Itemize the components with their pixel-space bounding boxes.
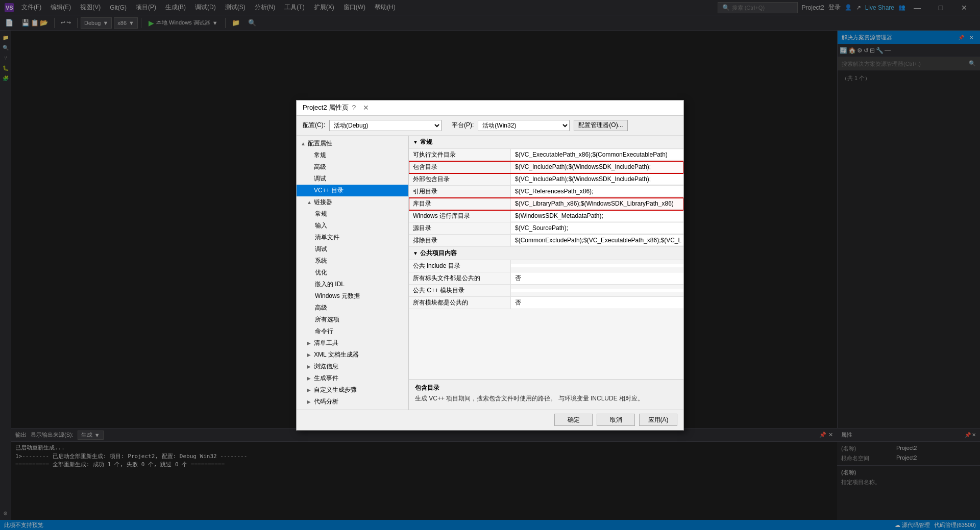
prop-value	[511, 289, 683, 292]
tree-item-linker-cmdline[interactable]: 命令行	[297, 325, 408, 337]
tree-item-linker[interactable]: ▲ 链接器	[297, 196, 408, 208]
prop-win-rt-dir[interactable]: Windows 运行库目录 $(WindowsSDK_MetadataPath)…	[409, 210, 683, 222]
config-mgr-button[interactable]: 配置管理器(O)...	[574, 120, 627, 131]
tree-item-build-events[interactable]: ▶ 生成事件	[297, 372, 408, 384]
prop-all-headers-public[interactable]: 所有标头文件都是公共的 否	[409, 272, 683, 285]
prop-value: 否	[511, 272, 683, 284]
prop-executable-dir[interactable]: 可执行文件目录 $(VC_ExecutablePath_x86);$(Commo…	[409, 149, 683, 161]
tree-item-linker-general[interactable]: 常规	[297, 208, 408, 220]
tree-label: 高级	[315, 304, 327, 312]
tree-label: 所有选项	[315, 315, 339, 324]
prop-value: $(VC_SourcePath);	[511, 223, 683, 233]
tree-item-linker-manifest[interactable]: 清单文件	[297, 232, 408, 243]
prop-public-include-dir[interactable]: 公共 include 目录	[409, 260, 683, 272]
prop-value: $(VC_IncludePath);$(WindowsSDK_IncludePa…	[511, 162, 683, 172]
prop-name: Windows 运行库目录	[409, 210, 511, 222]
tree-label: 高级	[314, 163, 326, 171]
prop-external-include-dir[interactable]: 外部包含目录 $(VC_IncludePath);$(WindowsSDK_In…	[409, 173, 683, 186]
prop-name: 公共 C++ 模块目录	[409, 285, 511, 296]
dialog-title-bar: Project2 属性页 ? ✕	[297, 100, 683, 116]
tree-label: 输入	[315, 221, 327, 230]
tree-item-general[interactable]: 常规	[297, 149, 408, 161]
tree-expand-icon: ▲	[301, 141, 306, 146]
dialog: Project2 属性页 ? ✕ 配置(C): 活动(Debug) 平台(P):…	[296, 100, 684, 431]
tree-item-xml-doc[interactable]: ▶ XML 文档生成器	[297, 349, 408, 361]
tree-item-linker-all[interactable]: 所有选项	[297, 314, 408, 325]
tree-label: XML 文档生成器	[314, 350, 359, 359]
prop-value: 否	[511, 297, 683, 309]
config-label: 配置(C):	[303, 121, 325, 130]
tree-item-advanced[interactable]: 高级	[297, 161, 408, 173]
tree-label: VC++ 目录	[314, 186, 344, 195]
prop-src-dir[interactable]: 源目录 $(VC_SourcePath);	[409, 222, 683, 235]
tree-label: 调试	[315, 245, 327, 254]
prop-name: 源目录	[409, 222, 511, 234]
tree-label: 代码分析	[314, 397, 338, 406]
tree-item-custom-build[interactable]: ▶ 自定义生成步骤	[297, 384, 408, 396]
dialog-help-button[interactable]: ?	[349, 103, 359, 113]
tree-expand-icon: ▶	[307, 340, 312, 346]
platform-label: 平台(P):	[452, 121, 474, 130]
prop-ref-dir[interactable]: 引用目录 $(VC_ReferencesPath_x86);	[409, 186, 683, 198]
dialog-close-button[interactable]: ✕	[361, 103, 371, 113]
section-header-public[interactable]: ▼ 公共项目内容	[409, 247, 683, 260]
tree-item-manifest-tool[interactable]: ▶ 清单工具	[297, 337, 408, 349]
prop-all-modules-public[interactable]: 所有模块都是公共的 否	[409, 297, 683, 309]
ok-button[interactable]: 确定	[554, 414, 593, 426]
prop-name: 外部包含目录	[409, 173, 511, 185]
tree-expand-icon: ▶	[307, 399, 312, 405]
prop-name: 公共 include 目录	[409, 260, 511, 272]
prop-public-cpp-module-dir[interactable]: 公共 C++ 模块目录	[409, 285, 683, 297]
platform-select[interactable]: 活动(Win32)	[478, 120, 570, 131]
dialog-footer: 确定 取消 应用(A)	[297, 410, 683, 430]
prop-name: 库目录	[409, 198, 511, 210]
tree-item-linker-optimize[interactable]: 优化	[297, 267, 408, 279]
tree-item-linker-debug[interactable]: 调试	[297, 243, 408, 255]
prop-value: $(VC_ExecutablePath_x86);$(CommonExecuta…	[511, 149, 683, 160]
prop-exclude-dir[interactable]: 排除目录 $(CommonExcludePath);$(VC_Executabl…	[409, 235, 683, 247]
tree-label: 命令行	[315, 327, 333, 336]
prop-name: 排除目录	[409, 235, 511, 246]
tree-label: 清单文件	[315, 233, 339, 242]
config-select[interactable]: 活动(Debug)	[329, 120, 442, 131]
cancel-button[interactable]: 取消	[597, 414, 635, 426]
prop-value	[511, 264, 683, 267]
tree-item-linker-input[interactable]: 输入	[297, 220, 408, 232]
tree-item-browse[interactable]: ▶ 浏览信息	[297, 361, 408, 372]
tree-item-config-props[interactable]: ▲ 配置属性	[297, 138, 408, 149]
tree-item-linker-idl[interactable]: 嵌入的 IDL	[297, 279, 408, 290]
tree-item-debug[interactable]: 调试	[297, 173, 408, 185]
prop-include-dir[interactable]: 包含目录 $(VC_IncludePath);$(WindowsSDK_Incl…	[409, 161, 683, 173]
prop-name: 引用目录	[409, 186, 511, 197]
apply-button[interactable]: 应用(A)	[639, 414, 677, 426]
prop-value: $(WindowsSDK_MetadataPath);	[511, 211, 683, 221]
config-row: 配置(C): 活动(Debug) 平台(P): 活动(Win32) 配置管理器(…	[297, 116, 683, 136]
section-title: 常规	[420, 138, 432, 146]
tree-panel: ▲ 配置属性 常规 高级 调试 VC++ 目录	[297, 136, 409, 410]
tree-label: Windows 元数据	[315, 292, 360, 300]
tree-label: 调试	[314, 174, 326, 183]
tree-item-linker-advanced[interactable]: 高级	[297, 302, 408, 314]
tree-label: 自定义生成步骤	[314, 386, 357, 394]
prop-name: 可执行文件目录	[409, 149, 511, 161]
modal-overlay: Project2 属性页 ? ✕ 配置(C): 活动(Debug) 平台(P):…	[0, 0, 980, 530]
section-header-general[interactable]: ▼ 常规	[409, 136, 683, 149]
tree-label: 嵌入的 IDL	[315, 280, 345, 289]
tree-label: 清单工具	[314, 339, 338, 347]
section-expand-icon: ▼	[413, 139, 418, 145]
section-expand-icon: ▼	[413, 250, 418, 256]
prop-name: 包含目录	[409, 161, 511, 173]
tree-item-linker-system[interactable]: 系统	[297, 255, 408, 267]
tree-label: 生成事件	[314, 374, 338, 383]
description-text: 生成 VC++ 项目期间，搜索包含文件时使用的路径。 与环境变量 INCLUDE…	[415, 394, 677, 403]
description-area: 包含目录 生成 VC++ 项目期间，搜索包含文件时使用的路径。 与环境变量 IN…	[409, 379, 683, 410]
tree-item-vc-dirs[interactable]: VC++ 目录	[297, 185, 408, 196]
tree-label: 浏览信息	[314, 362, 338, 371]
prop-lib-dir[interactable]: 库目录 $(VC_LibraryPath_x86);$(WindowsSDK_L…	[409, 198, 683, 210]
tree-expand-icon: ▶	[307, 375, 312, 381]
prop-value: $(CommonExcludePath);$(VC_ExecutablePath…	[511, 235, 683, 245]
tree-item-linker-winmeta[interactable]: Windows 元数据	[297, 290, 408, 302]
tree-expand-icon: ▶	[307, 387, 312, 393]
tree-label: 常规	[314, 151, 326, 160]
tree-item-code-analysis[interactable]: ▶ 代码分析	[297, 396, 408, 408]
